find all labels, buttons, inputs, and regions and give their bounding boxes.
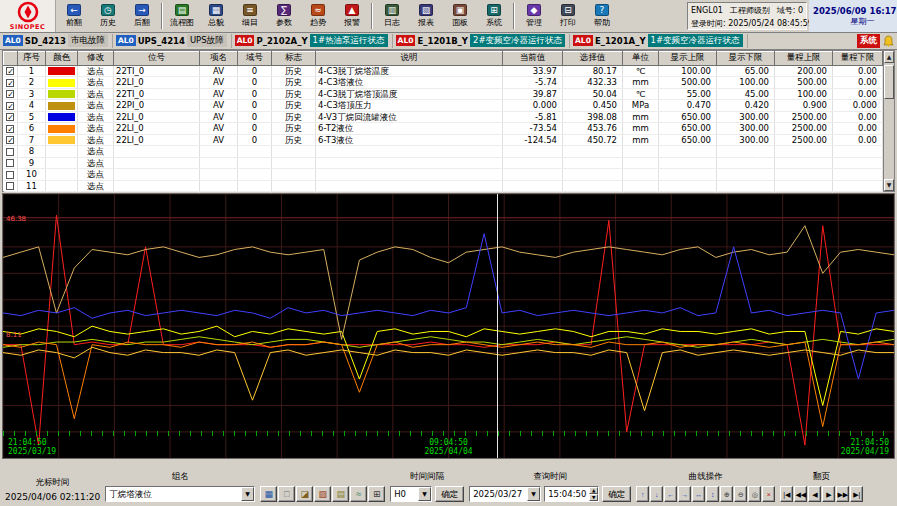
- row-checkbox[interactable]: ✓: [6, 125, 14, 133]
- unit-cell: [623, 157, 659, 169]
- shift-right-button[interactable]: →: [678, 486, 691, 502]
- marker-button[interactable]: ▨: [314, 486, 331, 502]
- select-point-link[interactable]: 选点: [78, 88, 114, 100]
- row-checkbox[interactable]: ✓: [6, 67, 14, 75]
- table-row[interactable]: ✓3选点22TI_0AV0历史4-C3脱丁烷塔顶温度39.8750.04℃55.…: [4, 88, 883, 100]
- new-page-button[interactable]: □: [278, 486, 295, 502]
- interval-select[interactable]: H0 ▼: [390, 486, 432, 502]
- zoom-in-button[interactable]: ⊕: [720, 486, 733, 502]
- trend-chart[interactable]: 46.388.11 21:04:50 2025/03/19 09:04:50 2…: [2, 193, 895, 459]
- fast-back-button[interactable]: ◀◀: [794, 486, 807, 502]
- select-point-link[interactable]: 选点: [78, 169, 114, 181]
- row-checkbox[interactable]: [6, 148, 14, 156]
- table-row[interactable]: ✓5选点22LI_0AV0历史4-V3丁烷回流罐液位-5.81398.08mm6…: [4, 111, 883, 123]
- row-checkbox[interactable]: ✓: [6, 113, 14, 121]
- scrollbar-thumb[interactable]: [884, 65, 894, 99]
- stretch-x-button[interactable]: ↔: [692, 486, 705, 502]
- select-point-link[interactable]: 选点: [78, 146, 114, 158]
- manage-button[interactable]: ◆管理: [517, 1, 551, 32]
- table-scrollbar[interactable]: ▲ ▼: [883, 51, 894, 191]
- forward-button[interactable]: ▶: [822, 486, 835, 502]
- row-checkbox[interactable]: ✓: [6, 102, 14, 110]
- zoom-out-button[interactable]: ⊖: [734, 486, 747, 502]
- range-high-cell: 500.00: [775, 77, 833, 89]
- first-page-button[interactable]: |◀: [780, 486, 793, 502]
- select-point-link[interactable]: 选点: [78, 100, 114, 112]
- stretch-y-button[interactable]: ↕: [706, 486, 719, 502]
- print-button[interactable]: ⊟打印: [551, 1, 585, 32]
- parameter-button[interactable]: ∑参数: [267, 1, 301, 32]
- table-row[interactable]: 9选点: [4, 157, 883, 169]
- select-curve-button[interactable]: ▦: [260, 486, 277, 502]
- scroll-down-button[interactable]: ▼: [884, 179, 894, 191]
- close-button[interactable]: ×: [762, 486, 775, 502]
- zoom-reset-button[interactable]: ◎: [748, 486, 761, 502]
- row-checkbox[interactable]: [6, 159, 14, 167]
- alarm-item[interactable]: AL0SD_4213市电故障: [3, 34, 113, 48]
- select-point-link[interactable]: 选点: [78, 157, 114, 169]
- table-row[interactable]: ✓1选点22TI_0AV0历史4-C3脱丁烷塔温度33.9780.17℃100.…: [4, 65, 883, 77]
- chevron-down-icon[interactable]: ▼: [241, 487, 254, 501]
- chevron-down-icon[interactable]: ▼: [418, 487, 431, 501]
- interval-confirm-button[interactable]: 确定: [435, 486, 464, 502]
- edit-button[interactable]: ◪: [296, 486, 313, 502]
- alarm-item[interactable]: AL0E_1201A_Y1#变频空冷器运行状态: [573, 34, 748, 48]
- select-point-link[interactable]: 选点: [78, 134, 114, 146]
- shift-up-button[interactable]: ↑: [636, 486, 649, 502]
- scrollbar-track[interactable]: [884, 63, 894, 179]
- overview-button[interactable]: ▦总貌: [199, 1, 233, 32]
- fast-forward-button[interactable]: ▶▶: [836, 486, 849, 502]
- display-high-cell: 650.00: [659, 111, 717, 123]
- prev-page-button[interactable]: ←前翻: [57, 1, 91, 32]
- query-time-spinner[interactable]: 15:04:50 ▲ ▼: [544, 486, 599, 502]
- alarm-item[interactable]: AL0E_1201B_Y2#变频空冷器运行状态: [396, 34, 570, 48]
- help-button[interactable]: ?帮助: [585, 1, 619, 32]
- grid-button[interactable]: ⊞: [368, 486, 385, 502]
- trend-button[interactable]: ≈趋势: [301, 1, 335, 32]
- history-button[interactable]: ◷历史: [91, 1, 125, 32]
- alarm-item[interactable]: AL0P_2102A_Y1#热油泵运行状态: [235, 34, 393, 48]
- row-checkbox[interactable]: ✓: [6, 136, 14, 144]
- table-row[interactable]: ✓7选点22LI_0AV0历史6-T3液位-124.54450.72mm650.…: [4, 134, 883, 146]
- last-page-button[interactable]: ▶|: [850, 486, 863, 502]
- shift-left-button[interactable]: ←: [664, 486, 677, 502]
- row-checkbox[interactable]: [6, 171, 14, 179]
- flowchart-button[interactable]: ▤流程图: [165, 1, 199, 32]
- column-header: 显示下限: [717, 51, 775, 65]
- panel-button[interactable]: ▣面板: [443, 1, 477, 32]
- row-checkbox[interactable]: ✓: [6, 90, 14, 98]
- list-button[interactable]: ▤: [332, 486, 349, 502]
- table-row[interactable]: 10选点: [4, 169, 883, 181]
- log-button[interactable]: ▥日志: [375, 1, 409, 32]
- table-row[interactable]: ✓4选点22PI_0AV0历史4-C3塔顶压力0.0000.450MPa0.47…: [4, 100, 883, 112]
- alarm-bell-icon[interactable]: [883, 35, 894, 47]
- next-page-button[interactable]: →后翻: [125, 1, 159, 32]
- scroll-up-button[interactable]: ▲: [884, 51, 894, 63]
- query-date-select[interactable]: 2025/03/27 ▼: [469, 486, 541, 502]
- row-checkbox[interactable]: [6, 182, 14, 190]
- report-button[interactable]: ▧报表: [409, 1, 443, 32]
- shift-down-button[interactable]: ↓: [650, 486, 663, 502]
- select-point-link[interactable]: 选点: [78, 65, 114, 77]
- select-point-link[interactable]: 选点: [78, 77, 114, 89]
- group-name-select[interactable]: 丁烷塔液位 ▼: [105, 486, 255, 502]
- system-button[interactable]: ⊞系统: [477, 1, 511, 32]
- curve-button[interactable]: ≈: [350, 486, 367, 502]
- detail-button[interactable]: ≡细目: [233, 1, 267, 32]
- system-alarm-badge[interactable]: 系统: [857, 34, 880, 48]
- query-confirm-button[interactable]: 确定: [602, 486, 631, 502]
- select-point-link[interactable]: 选点: [78, 111, 114, 123]
- chevron-down-icon[interactable]: ▼: [527, 487, 540, 501]
- row-checkbox[interactable]: ✓: [6, 79, 14, 87]
- back-button[interactable]: ◀: [808, 486, 821, 502]
- table-row[interactable]: ✓6选点22LI_0AV0历史6-T2液位-73.54453.76mm650.0…: [4, 123, 883, 135]
- spin-down-button[interactable]: ▼: [589, 494, 598, 501]
- table-row[interactable]: 11选点: [4, 180, 883, 192]
- spin-up-button[interactable]: ▲: [589, 487, 598, 494]
- alarm-button[interactable]: ▲报警: [335, 1, 369, 32]
- table-row[interactable]: ✓2选点22LI_0AV0历史4-C3塔液位-5.74432.33mm500.0…: [4, 77, 883, 89]
- table-row[interactable]: 8选点: [4, 146, 883, 158]
- alarm-item[interactable]: AL0UPS_4214UPS故障: [116, 34, 232, 48]
- select-point-link[interactable]: 选点: [78, 180, 114, 192]
- select-point-link[interactable]: 选点: [78, 123, 114, 135]
